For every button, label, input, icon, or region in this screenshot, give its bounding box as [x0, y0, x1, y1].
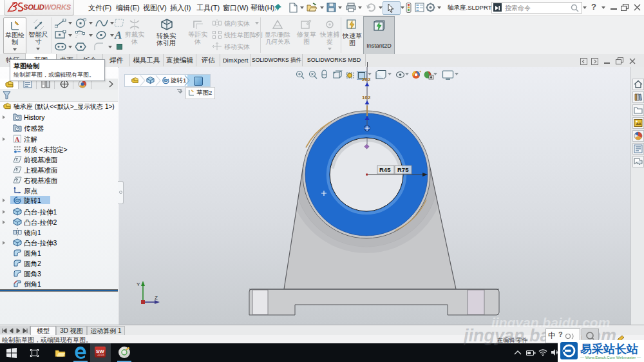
svg-text:R45: R45 [379, 166, 391, 173]
svg-text:202: 202 [362, 77, 371, 82]
svg-text:R75: R75 [397, 166, 409, 173]
svg-text:Z: Z [155, 295, 158, 301]
svg-text:A: A [15, 136, 20, 143]
svg-text:Y: Y [137, 281, 140, 287]
svg-text:102: 102 [362, 95, 371, 100]
